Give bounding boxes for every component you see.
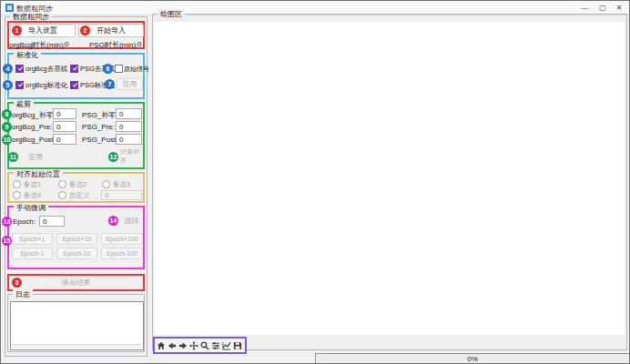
epoch-minus1-button[interactable]: Epoch-1 xyxy=(12,248,53,259)
zoom-icon[interactable] xyxy=(199,340,209,350)
raw-signal-checkbox[interactable] xyxy=(115,65,123,73)
align-option4-radio[interactable] xyxy=(13,191,21,199)
align-custom-input[interactable]: 0 xyxy=(101,190,142,200)
align-custom-radio[interactable] xyxy=(58,191,66,199)
calc-align-button[interactable]: 计算对齐 xyxy=(119,150,145,163)
orgbcg-pre-input[interactable]: 0 xyxy=(53,121,76,132)
jump-button[interactable]: 跳转 xyxy=(119,215,144,227)
callout-badge-11: 11 xyxy=(8,152,18,162)
jump-label: 跳转 xyxy=(125,216,139,226)
align-group-title: 对齐起始位置 xyxy=(14,169,63,179)
orgbcg-detrend-label: orgBcg去基线 xyxy=(25,65,67,74)
back-icon[interactable] xyxy=(167,340,177,350)
psg-pre-label: PSG_Pre: xyxy=(82,123,115,131)
save-icon[interactable] xyxy=(232,340,242,350)
epoch-minus100-button[interactable]: Epoch-100 xyxy=(101,248,143,259)
minimize-button[interactable]: — xyxy=(576,1,593,15)
plot-panel-title: 绘图区 xyxy=(158,9,185,19)
log-scrollbar-horizontal[interactable] xyxy=(11,344,141,349)
psg-pre-input[interactable]: 0 xyxy=(116,121,142,132)
subplots-icon[interactable] xyxy=(210,340,220,350)
close-button[interactable]: ✕ xyxy=(611,1,627,15)
psg-pre-value: 0 xyxy=(119,123,123,131)
callout-badge-9: 9 xyxy=(2,122,12,132)
normalize-group-title: 标准化 xyxy=(14,50,41,60)
callout-badge-3: 3 xyxy=(12,278,22,288)
orgbcg-pre-label: orgBcg_Pre: xyxy=(12,123,52,131)
orgbcg-duration-label: orgBcg时长(min): xyxy=(9,40,66,50)
orgbcg-duration-value: 0 xyxy=(65,40,68,48)
align-option1-label: 备选1 xyxy=(24,180,41,189)
callout-badge-4: 4 xyxy=(3,64,13,74)
calc-align-label: 计算对齐 xyxy=(120,147,144,166)
normalize-apply-button[interactable]: 应用 xyxy=(117,78,143,90)
epoch-plus10-button[interactable]: Epoch+10 xyxy=(56,233,97,245)
psg-post-input[interactable]: 0 xyxy=(116,134,142,145)
align-custom-label: 自定义 xyxy=(69,191,90,200)
align-option4-label: 备选4 xyxy=(24,191,41,200)
orgbcg-post-input[interactable]: 0 xyxy=(53,134,76,145)
align-option3-label: 备选3 xyxy=(113,180,130,189)
psg-duration-value: 0 xyxy=(137,40,141,48)
orgbcg-pad-value: 0 xyxy=(56,110,60,118)
align-option1-radio[interactable] xyxy=(13,180,21,188)
save-results-label: 保存结果 xyxy=(62,278,91,288)
epoch-plus1-button[interactable]: Epoch+1 xyxy=(12,233,53,245)
normalize-highlight-box: 标准化 xyxy=(7,53,145,99)
import-settings-label: 导入设置 xyxy=(28,25,57,35)
home-icon[interactable] xyxy=(156,340,166,350)
align-option3-radio[interactable] xyxy=(102,180,110,188)
forward-icon[interactable] xyxy=(178,340,188,350)
raw-signal-label: 原始信号 xyxy=(124,65,149,74)
callout-badge-13: 13 xyxy=(2,217,12,227)
plot-toolbar xyxy=(153,337,247,354)
orgbcg-norm-label: orgBcg标准化 xyxy=(25,81,67,90)
orgbcg-detrend-checkbox[interactable] xyxy=(15,65,24,73)
maximize-button[interactable]: ▢ xyxy=(594,1,611,15)
progress-value: 0% xyxy=(467,355,478,363)
psg-duration-label: PSG时长(min): xyxy=(89,40,137,50)
align-option2-radio[interactable] xyxy=(58,180,66,188)
psg-post-value: 0 xyxy=(119,136,123,144)
orgbcg-post-value: 0 xyxy=(56,136,60,144)
epoch-plus100-button[interactable]: Epoch+100 xyxy=(101,233,143,245)
orgbcg-norm-checkbox[interactable] xyxy=(15,81,24,89)
callout-badge-5: 5 xyxy=(3,80,13,90)
app-icon xyxy=(5,4,14,12)
callout-badge-2: 2 xyxy=(80,25,90,35)
epoch-minus100-label: Epoch-100 xyxy=(107,250,137,257)
orgbcg-pre-value: 0 xyxy=(56,123,60,131)
normalize-apply-label: 应用 xyxy=(123,79,137,89)
plot-canvas[interactable] xyxy=(155,22,625,335)
callout-badge-15: 15 xyxy=(2,236,12,246)
epoch-input[interactable]: 0 xyxy=(39,216,65,227)
psg-norm-checkbox[interactable] xyxy=(70,81,78,89)
finetune-group-title: 手动微调 xyxy=(14,203,48,213)
callout-badge-7: 7 xyxy=(105,79,115,89)
save-results-button[interactable]: 保存结果 xyxy=(10,276,142,288)
progress-bar: 0% xyxy=(315,353,630,364)
psg-post-label: PSG_Post: xyxy=(82,136,118,144)
epoch-minus10-button[interactable]: Epoch-10 xyxy=(56,248,97,259)
log-textarea[interactable] xyxy=(10,301,144,350)
epoch-plus10-label: Epoch+10 xyxy=(63,236,92,242)
pan-icon[interactable] xyxy=(188,340,198,350)
psg-pad-input[interactable]: 0 xyxy=(116,108,142,119)
epoch-plus100-label: Epoch+100 xyxy=(106,236,138,242)
app-window: 数据粗同步 — ▢ ✕ 数据粗同步 导入设置 1 开始导入 2 orgBcg时长… xyxy=(0,0,630,364)
callout-badge-12: 12 xyxy=(108,152,118,162)
crop-group-title: 裁剪 xyxy=(14,99,34,109)
psg-detrend-checkbox[interactable] xyxy=(70,65,78,73)
callout-badge-1: 1 xyxy=(12,25,22,35)
epoch-value: 0 xyxy=(43,217,46,226)
log-group-title: 日志 xyxy=(13,289,33,299)
customize-icon[interactable] xyxy=(221,340,231,350)
align-option2-label: 备选2 xyxy=(69,180,86,189)
callout-badge-14: 14 xyxy=(108,216,118,226)
callout-badge-8: 8 xyxy=(2,109,12,119)
callout-badge-10: 10 xyxy=(2,135,12,145)
epoch-label: Epoch: xyxy=(13,217,36,226)
crop-apply-button[interactable]: 应用 xyxy=(20,150,51,163)
psg-pad-value: 0 xyxy=(119,110,123,118)
orgbcg-pad-input[interactable]: 0 xyxy=(53,108,76,119)
